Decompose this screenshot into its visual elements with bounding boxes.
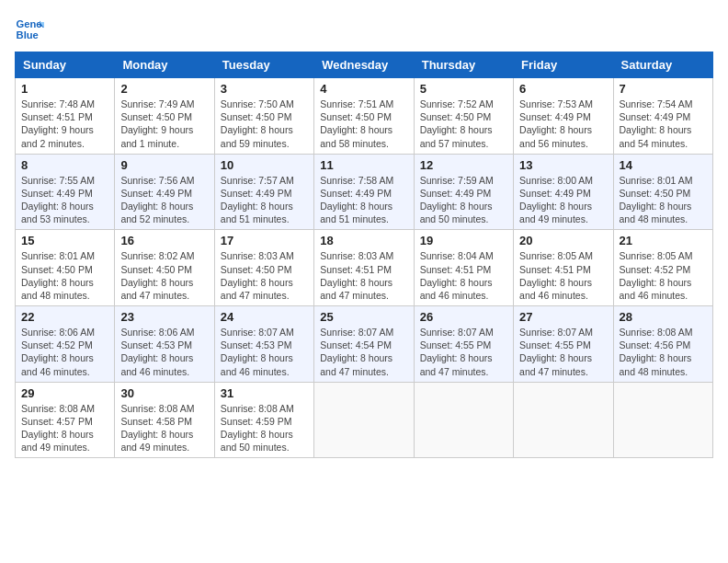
calendar-cell <box>314 382 414 458</box>
day-number: 23 <box>120 310 208 324</box>
day-number: 3 <box>221 82 308 96</box>
day-detail: Sunrise: 7:57 AMSunset: 4:49 PMDaylight:… <box>221 174 308 226</box>
weekday-header-friday: Friday <box>514 52 613 78</box>
day-detail: Sunrise: 8:06 AMSunset: 4:53 PMDaylight:… <box>120 326 208 378</box>
calendar-cell: 23Sunrise: 8:06 AMSunset: 4:53 PMDayligh… <box>115 306 214 383</box>
day-detail: Sunrise: 8:00 AMSunset: 4:49 PMDaylight:… <box>519 174 607 226</box>
day-number: 19 <box>420 234 507 247</box>
day-number: 5 <box>420 82 507 96</box>
calendar-cell: 21Sunrise: 8:05 AMSunset: 4:52 PMDayligh… <box>613 230 712 306</box>
calendar-cell: 13Sunrise: 8:00 AMSunset: 4:49 PMDayligh… <box>514 154 613 230</box>
calendar-cell: 6Sunrise: 7:53 AMSunset: 4:49 PMDaylight… <box>514 78 613 155</box>
calendar-cell: 8Sunrise: 7:55 AMSunset: 4:49 PMDaylight… <box>16 154 115 230</box>
day-number: 1 <box>21 82 108 96</box>
day-detail: Sunrise: 7:51 AMSunset: 4:50 PMDaylight:… <box>320 98 407 150</box>
calendar-cell <box>613 382 712 458</box>
day-number: 20 <box>519 234 607 247</box>
day-detail: Sunrise: 8:08 AMSunset: 4:56 PMDaylight:… <box>620 326 707 378</box>
day-number: 28 <box>620 310 707 324</box>
day-detail: Sunrise: 7:50 AMSunset: 4:50 PMDaylight:… <box>221 98 308 150</box>
day-number: 4 <box>320 82 407 96</box>
weekday-header-row: SundayMondayTuesdayWednesdayThursdayFrid… <box>16 52 713 78</box>
calendar-cell: 30Sunrise: 8:08 AMSunset: 4:58 PMDayligh… <box>115 382 214 458</box>
calendar-cell: 29Sunrise: 8:08 AMSunset: 4:57 PMDayligh… <box>16 382 115 458</box>
day-number: 9 <box>120 158 208 172</box>
day-number: 29 <box>21 386 108 400</box>
day-detail: Sunrise: 7:52 AMSunset: 4:50 PMDaylight:… <box>420 98 507 150</box>
day-detail: Sunrise: 8:01 AMSunset: 4:50 PMDaylight:… <box>620 174 707 226</box>
calendar-cell <box>514 382 613 458</box>
day-detail: Sunrise: 8:05 AMSunset: 4:51 PMDaylight:… <box>519 249 607 302</box>
logo: General Blue <box>15 15 44 44</box>
calendar-cell: 14Sunrise: 8:01 AMSunset: 4:50 PMDayligh… <box>613 154 712 230</box>
calendar-cell: 4Sunrise: 7:51 AMSunset: 4:50 PMDaylight… <box>314 78 414 155</box>
day-detail: Sunrise: 7:53 AMSunset: 4:49 PMDaylight:… <box>519 98 607 150</box>
day-number: 30 <box>120 386 208 400</box>
day-number: 31 <box>221 386 308 400</box>
day-detail: Sunrise: 8:07 AMSunset: 4:55 PMDaylight:… <box>519 326 607 378</box>
logo-icon: General Blue <box>15 15 44 44</box>
day-number: 11 <box>320 158 407 172</box>
calendar-cell: 26Sunrise: 8:07 AMSunset: 4:55 PMDayligh… <box>414 306 513 383</box>
calendar-cell: 20Sunrise: 8:05 AMSunset: 4:51 PMDayligh… <box>514 230 613 306</box>
calendar-cell: 5Sunrise: 7:52 AMSunset: 4:50 PMDaylight… <box>414 78 513 155</box>
week-row-1: 1Sunrise: 7:48 AMSunset: 4:51 PMDaylight… <box>16 78 713 155</box>
weekday-header-monday: Monday <box>115 52 214 78</box>
day-detail: Sunrise: 7:54 AMSunset: 4:49 PMDaylight:… <box>620 98 707 150</box>
calendar-cell: 24Sunrise: 8:07 AMSunset: 4:53 PMDayligh… <box>214 306 313 383</box>
week-row-3: 15Sunrise: 8:01 AMSunset: 4:50 PMDayligh… <box>16 230 713 306</box>
day-detail: Sunrise: 7:56 AMSunset: 4:49 PMDaylight:… <box>120 174 208 226</box>
svg-text:Blue: Blue <box>17 29 39 40</box>
day-number: 12 <box>420 158 507 172</box>
calendar-cell: 18Sunrise: 8:03 AMSunset: 4:51 PMDayligh… <box>314 230 414 306</box>
day-number: 26 <box>420 310 507 324</box>
day-number: 14 <box>620 158 707 172</box>
calendar-cell: 7Sunrise: 7:54 AMSunset: 4:49 PMDaylight… <box>613 78 712 155</box>
calendar-cell: 25Sunrise: 8:07 AMSunset: 4:54 PMDayligh… <box>314 306 414 383</box>
day-number: 8 <box>21 158 108 172</box>
day-number: 21 <box>620 234 707 247</box>
day-detail: Sunrise: 8:04 AMSunset: 4:51 PMDaylight:… <box>420 249 507 302</box>
day-number: 22 <box>21 310 108 324</box>
week-row-4: 22Sunrise: 8:06 AMSunset: 4:52 PMDayligh… <box>16 306 713 383</box>
day-number: 27 <box>519 310 607 324</box>
calendar-cell: 15Sunrise: 8:01 AMSunset: 4:50 PMDayligh… <box>16 230 115 306</box>
calendar-cell: 17Sunrise: 8:03 AMSunset: 4:50 PMDayligh… <box>214 230 313 306</box>
day-detail: Sunrise: 8:07 AMSunset: 4:54 PMDaylight:… <box>320 326 407 378</box>
day-detail: Sunrise: 7:59 AMSunset: 4:49 PMDaylight:… <box>420 174 507 226</box>
calendar-cell <box>414 382 513 458</box>
weekday-header-thursday: Thursday <box>414 52 513 78</box>
calendar-cell: 31Sunrise: 8:08 AMSunset: 4:59 PMDayligh… <box>214 382 313 458</box>
day-number: 13 <box>519 158 607 172</box>
day-detail: Sunrise: 8:08 AMSunset: 4:59 PMDaylight:… <box>221 402 308 454</box>
day-detail: Sunrise: 8:06 AMSunset: 4:52 PMDaylight:… <box>21 326 108 378</box>
day-detail: Sunrise: 8:08 AMSunset: 4:58 PMDaylight:… <box>120 402 208 454</box>
calendar-cell: 3Sunrise: 7:50 AMSunset: 4:50 PMDaylight… <box>214 78 313 155</box>
day-detail: Sunrise: 7:58 AMSunset: 4:49 PMDaylight:… <box>320 174 407 226</box>
day-number: 16 <box>120 234 208 247</box>
day-detail: Sunrise: 8:07 AMSunset: 4:53 PMDaylight:… <box>221 326 308 378</box>
day-detail: Sunrise: 8:01 AMSunset: 4:50 PMDaylight:… <box>21 249 108 302</box>
day-detail: Sunrise: 8:07 AMSunset: 4:55 PMDaylight:… <box>420 326 507 378</box>
calendar-cell: 12Sunrise: 7:59 AMSunset: 4:49 PMDayligh… <box>414 154 513 230</box>
day-number: 18 <box>320 234 407 247</box>
calendar-cell: 1Sunrise: 7:48 AMSunset: 4:51 PMDaylight… <box>16 78 115 155</box>
day-number: 24 <box>221 310 308 324</box>
day-number: 2 <box>120 82 208 96</box>
weekday-header-wednesday: Wednesday <box>314 52 414 78</box>
calendar-cell: 11Sunrise: 7:58 AMSunset: 4:49 PMDayligh… <box>314 154 414 230</box>
calendar-cell: 28Sunrise: 8:08 AMSunset: 4:56 PMDayligh… <box>613 306 712 383</box>
day-number: 6 <box>519 82 607 96</box>
calendar-cell: 9Sunrise: 7:56 AMSunset: 4:49 PMDaylight… <box>115 154 214 230</box>
day-detail: Sunrise: 8:03 AMSunset: 4:50 PMDaylight:… <box>221 249 308 302</box>
weekday-header-sunday: Sunday <box>16 52 115 78</box>
week-row-5: 29Sunrise: 8:08 AMSunset: 4:57 PMDayligh… <box>16 382 713 458</box>
day-detail: Sunrise: 8:03 AMSunset: 4:51 PMDaylight:… <box>320 249 407 302</box>
page-header: General Blue <box>15 15 713 44</box>
calendar-cell: 16Sunrise: 8:02 AMSunset: 4:50 PMDayligh… <box>115 230 214 306</box>
day-number: 15 <box>21 234 108 247</box>
calendar-table: SundayMondayTuesdayWednesdayThursdayFrid… <box>15 52 713 458</box>
day-number: 10 <box>221 158 308 172</box>
week-row-2: 8Sunrise: 7:55 AMSunset: 4:49 PMDaylight… <box>16 154 713 230</box>
day-number: 17 <box>221 234 308 247</box>
